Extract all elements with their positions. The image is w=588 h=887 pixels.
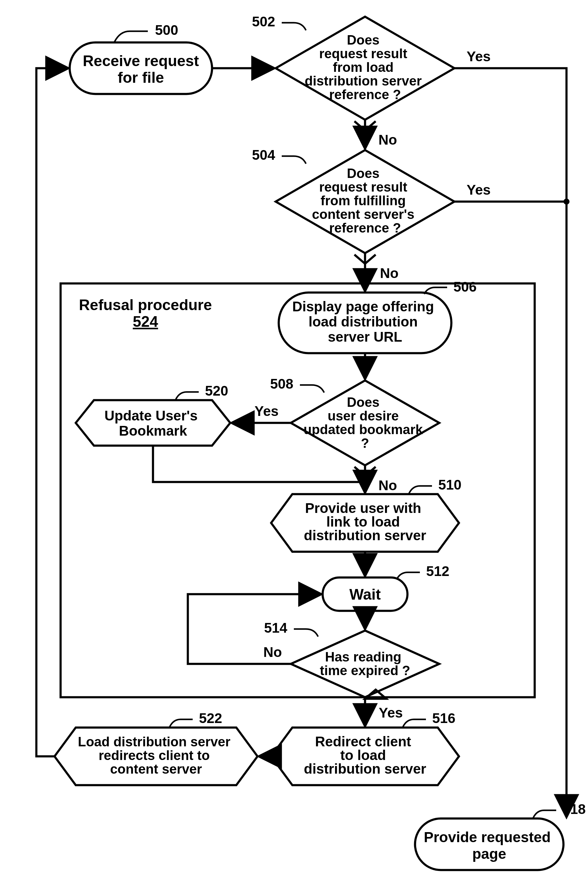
label-514-yes: Yes — [379, 705, 403, 720]
svg-text:Has reading
      time expired: Has reading time expired ? — [320, 649, 410, 678]
ref-504: 504 — [252, 147, 275, 163]
ref-520: 520 — [205, 383, 228, 398]
svg-text:Wait: Wait — [349, 586, 381, 603]
label-508-no: No — [378, 477, 397, 493]
ref-516: 516 — [432, 710, 456, 726]
edge-502-yes — [454, 68, 567, 200]
refusal-procedure-title: Refusal procedure — [79, 296, 212, 313]
ref-500: 500 — [155, 22, 178, 38]
svg-text:Display page offering
      lo: Display page offering load distribution … — [292, 299, 438, 345]
edge-522-500 — [36, 68, 68, 756]
edge-520-merge — [153, 446, 365, 482]
ref-506: 506 — [453, 279, 477, 295]
svg-text:Does
      request result
    : Does request result from fulfilling cont… — [312, 166, 418, 235]
node-display-page: Display page offering load distribution … — [279, 293, 452, 353]
ref-514: 514 — [264, 620, 288, 636]
svg-text:Update User's
      Bookmark: Update User's Bookmark — [105, 408, 201, 439]
node-decision-content-server-ref: Does request result from fulfilling cont… — [276, 150, 454, 253]
ref-524: 524 — [133, 313, 158, 330]
label-508-yes: Yes — [255, 403, 278, 419]
svg-point-16 — [564, 198, 570, 204]
node-redirect-client: Redirect client to load distribution ser… — [271, 728, 459, 785]
ref-502: 502 — [252, 14, 275, 29]
node-load-dist-redirect: Load distribution server redirects clien… — [54, 728, 258, 785]
svg-text:Does
      user desire
      u: Does user desire updated bookmark ? — [303, 395, 426, 451]
node-decision-load-dist-ref: Does request result from load distributi… — [276, 17, 454, 120]
ref-508: 508 — [270, 376, 294, 392]
svg-text:Load distribution server
     : Load distribution server redirects clien… — [78, 734, 234, 776]
ref-512: 512 — [426, 563, 450, 579]
node-receive-request: Receive requestfor file — [70, 42, 212, 94]
label-504-no: No — [380, 265, 398, 281]
ref-522: 522 — [199, 710, 222, 726]
label-502-no: No — [378, 132, 397, 147]
node-provide-link: Provide user with link to load distribut… — [271, 494, 459, 552]
node-provide-page: Provide requested page — [415, 818, 564, 870]
refusal-procedure-box — [61, 283, 535, 697]
label-514-no: No — [263, 644, 282, 660]
ref-510: 510 — [438, 477, 462, 493]
svg-text:Does
      request result
    : Does request result from load distributi… — [305, 32, 426, 102]
label-504-yes: Yes — [466, 182, 490, 198]
svg-text:Provide requested
      page: Provide requested page — [424, 829, 555, 862]
node-wait: Wait — [322, 577, 408, 611]
node-update-bookmark: Update User's Bookmark — [76, 400, 230, 446]
svg-text:Provide user with
      link t: Provide user with link to load distribut… — [304, 500, 426, 543]
flowchart: Receive requestfor file 500 Does request… — [0, 0, 588, 887]
node-decision-bookmark: Does user desire updated bookmark ? — [291, 380, 439, 465]
svg-text:Receive requestfor file: Receive requestfor file — [83, 53, 199, 86]
label-502-yes: Yes — [466, 48, 490, 64]
svg-text:Redirect client
      to load
: Redirect client to load distribution ser… — [304, 734, 426, 777]
node-decision-reading-time: Has reading time expired ? — [291, 630, 439, 697]
